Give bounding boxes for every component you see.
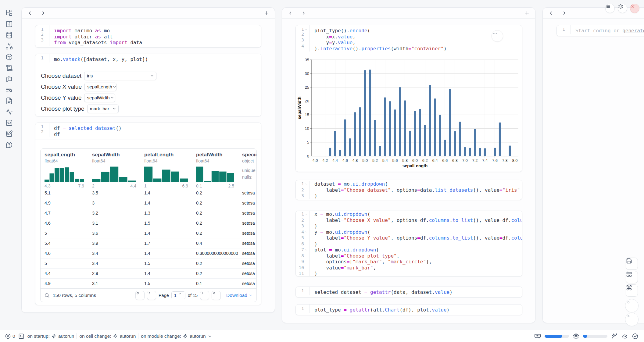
chart-menu-button[interactable]: [492, 30, 503, 42]
column-header-sepalLength[interactable]: sepalLength float64 4.37.9: [41, 149, 88, 188]
add-column-button[interactable]: [524, 10, 530, 16]
runtime-config-1[interactable]: on startup:autorun: [27, 333, 74, 339]
add-column-button[interactable]: [264, 10, 269, 16]
move-column-left-button[interactable]: [548, 10, 554, 16]
sidebar-help-bubble-icon[interactable]: [5, 141, 13, 149]
table-row[interactable]: 5.13.51.40.2setosa: [41, 188, 256, 198]
svg-text:5.0: 5.0: [362, 158, 368, 163]
sidebar-network-icon[interactable]: [5, 42, 13, 50]
sidebar-code-square-icon[interactable]: [5, 119, 13, 127]
fold-chevron-icon[interactable]: [305, 230, 308, 233]
table-cell: 1.4: [140, 271, 192, 276]
dropdown-choose-plot-type[interactable]: mark_bar: [87, 105, 119, 113]
column-header-petalLength[interactable]: petalLength float64 16.9: [140, 149, 192, 188]
move-column-right-button[interactable]: [562, 10, 567, 16]
column-header-sepalWidth[interactable]: sepalWidth float64 24.4: [88, 149, 140, 188]
table-row[interactable]: 4.63.41.40.30000000000000004setosa: [41, 248, 256, 258]
code-editor[interactable]: 123dataset = mo.ui.dropdown( label="Choo…: [296, 180, 522, 199]
errors-badge[interactable]: 0: [5, 333, 15, 339]
shutdown-button[interactable]: [630, 4, 639, 13]
code-editor[interactable]: 1234567891011x = mo.ui.dropdown( label="…: [296, 211, 522, 276]
fold-chevron-icon[interactable]: [305, 28, 308, 31]
line-number-gutter: 123: [296, 181, 310, 199]
settings-button[interactable]: [618, 4, 627, 13]
stop-button[interactable]: [625, 299, 639, 312]
code-cell-plot: 1234plot_type().encode( x=x.value, y=y.v…: [295, 25, 522, 172]
column-stats: uniquenulls:: [242, 167, 257, 180]
table-row[interactable]: 53.41.50.2setosa: [41, 258, 256, 268]
next-page-button[interactable]: [200, 291, 209, 300]
bar-chart[interactable]: 4.04.24.44.64.85.05.25.45.65.86.06.26.46…: [298, 55, 521, 170]
last-page-button[interactable]: [212, 291, 221, 300]
sidebar-scroll-text-icon[interactable]: [5, 64, 13, 72]
copilot-button[interactable]: [621, 333, 628, 340]
sidebar-activity-icon[interactable]: [5, 108, 13, 116]
sidebar-function-square-icon[interactable]: [5, 20, 13, 28]
terminal-button[interactable]: [18, 333, 24, 339]
fold-chevron-icon[interactable]: [305, 213, 308, 216]
table-row[interactable]: 5.43.91.70.4setosa: [41, 238, 256, 248]
sidebar-bot-message-icon[interactable]: [5, 75, 13, 83]
sidebar-notebook-pen-icon[interactable]: [5, 130, 13, 138]
code-editor[interactable]: 1selected_dataset = getattr(data, datase…: [296, 287, 522, 295]
move-column-right-button[interactable]: [41, 10, 46, 16]
dropdown-choose-x-value[interactable]: sepalLength: [84, 83, 116, 91]
code-editor[interactable]: 1mo.vstack([dataset, x, y, plot]): [35, 54, 261, 65]
dropdown-choose-y-value[interactable]: sepalWidth: [84, 94, 115, 102]
table-cell: 1.3: [140, 211, 192, 216]
runtime-config-3[interactable]: on module change:autorun: [141, 333, 212, 339]
code-cell-dataframe: 12df = selected_dataset()df sepalLength …: [35, 123, 261, 305]
move-column-left-button[interactable]: [288, 10, 293, 16]
svg-text:30: 30: [305, 71, 309, 76]
save-button[interactable]: [626, 258, 638, 270]
table-cell: 5.4: [41, 241, 88, 246]
table-cell: 5: [41, 261, 88, 266]
generate-with-ai-link[interactable]: generate: [622, 28, 644, 34]
search-icon[interactable]: [44, 293, 50, 298]
cpu-usage-meter: [583, 335, 607, 338]
sidebar-file-text-icon[interactable]: [5, 97, 13, 105]
code-editor[interactable]: 1234plot_type().encode( x=x.value, y=y.v…: [296, 25, 522, 54]
run-all-button[interactable]: [625, 313, 639, 326]
table-row[interactable]: 53.61.40.2setosa: [41, 228, 256, 238]
sidebar-box-icon[interactable]: [5, 53, 13, 61]
download-button[interactable]: Download: [226, 293, 253, 298]
sidebar-list-search-icon[interactable]: [5, 86, 13, 94]
code-content: x = mo.ui.dropdown( label="Choose X valu…: [310, 211, 522, 276]
move-column-left-button[interactable]: [27, 10, 33, 16]
column-range: 0.12.5: [196, 183, 234, 188]
table-row[interactable]: 4.63.11.50.2setosa: [41, 218, 256, 228]
sidebar-database-icon[interactable]: [5, 31, 13, 39]
dataframe-table: sepalLength float64 4.37.9sepalWidth flo…: [40, 148, 257, 302]
code-editor[interactable]: 123import marimo as moimport altair as a…: [35, 25, 261, 46]
fold-chevron-icon[interactable]: [305, 183, 308, 186]
code-editor[interactable]: 1plot_type = getattr(alt.Chart(df), plot…: [296, 305, 522, 313]
table-row[interactable]: 4.931.40.2setosa: [41, 198, 256, 208]
dropdown-label: Choose dataset: [41, 73, 81, 79]
runtime-config-2[interactable]: on cell change:autorun: [79, 333, 136, 339]
notebook-menu-button[interactable]: [605, 4, 615, 13]
code-editor[interactable]: 12df = selected_dataset()df: [35, 123, 261, 140]
svg-text:4.0: 4.0: [312, 158, 318, 163]
table-row[interactable]: 4.93.11.50.1setosa: [41, 278, 256, 288]
table-row[interactable]: 4.42.91.40.2setosa: [41, 268, 256, 278]
table-row[interactable]: 4.73.21.30.2setosa: [41, 208, 256, 218]
column-header-petalWidth[interactable]: petalWidth float64 0.12.5: [192, 149, 238, 188]
first-page-button[interactable]: [135, 291, 145, 300]
config-value: autorun: [58, 333, 74, 339]
layout-toggle-button[interactable]: [626, 271, 638, 283]
command-palette-button[interactable]: [626, 284, 638, 297]
column-histogram: [45, 166, 88, 183]
page-select[interactable]: 1: [171, 291, 185, 299]
vstack-output: Choose datasetirisChoose X valuesepalLen…: [35, 65, 261, 113]
sidebar-file-tree-icon[interactable]: [5, 9, 13, 17]
chevron-right-icon: [301, 10, 306, 16]
fold-chevron-icon[interactable]: [305, 248, 308, 251]
connection-status-icon[interactable]: [632, 333, 639, 340]
move-column-right-button[interactable]: [301, 10, 306, 16]
ai-sparkles-button[interactable]: [611, 333, 618, 340]
prev-page-button[interactable]: [147, 291, 156, 300]
dropdown-choose-dataset[interactable]: iris: [84, 72, 156, 80]
column-header-species[interactable]: species objectuniquenulls:: [238, 149, 257, 188]
code-editor[interactable]: 1Start coding or generate with AI: [557, 25, 644, 34]
